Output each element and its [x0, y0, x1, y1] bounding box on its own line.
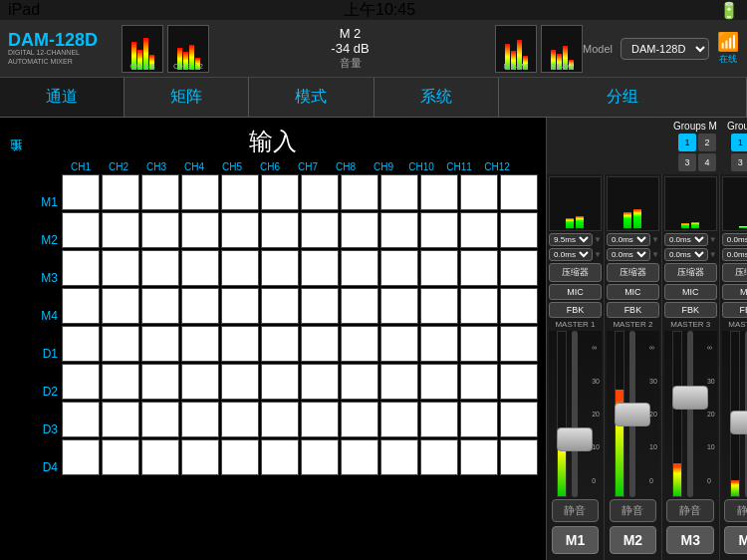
- comp-btn-3[interactable]: 压缩器: [722, 263, 747, 282]
- matrix-cell-6-1[interactable]: [102, 402, 139, 437]
- matrix-cell-1-10[interactable]: [460, 212, 498, 248]
- fbk-btn-1[interactable]: FBK: [607, 302, 659, 318]
- tab-mode[interactable]: 模式: [249, 78, 374, 117]
- matrix-cell-4-5[interactable]: [261, 326, 299, 362]
- delay-select-0[interactable]: 9.5ms: [549, 233, 593, 246]
- matrix-cell-0-7[interactable]: [341, 174, 378, 210]
- matrix-cell-3-10[interactable]: [460, 288, 498, 324]
- matrix-cell-6-10[interactable]: [460, 402, 498, 437]
- matrix-cell-5-1[interactable]: [102, 364, 139, 400]
- matrix-cell-0-9[interactable]: [420, 174, 458, 210]
- matrix-cell-3-6[interactable]: [301, 288, 339, 324]
- matrix-cell-7-11[interactable]: [500, 439, 538, 475]
- fader-knob-1[interactable]: [615, 403, 650, 426]
- matrix-cell-6-0[interactable]: [62, 402, 100, 437]
- master-btn-0[interactable]: M1: [552, 526, 600, 554]
- mic-btn-1[interactable]: MIC: [607, 284, 659, 300]
- matrix-cell-1-11[interactable]: [500, 212, 538, 248]
- delay-select2-3[interactable]: 0.0ms: [722, 248, 747, 261]
- matrix-cell-5-0[interactable]: [62, 364, 100, 400]
- matrix-cell-7-1[interactable]: [102, 439, 139, 475]
- matrix-cell-5-5[interactable]: [261, 364, 299, 400]
- comp-btn-2[interactable]: 压缩器: [664, 263, 717, 282]
- group-m1[interactable]: 1: [678, 134, 696, 151]
- matrix-cell-5-9[interactable]: [420, 364, 458, 400]
- matrix-cell-1-2[interactable]: [141, 212, 179, 248]
- matrix-cell-7-7[interactable]: [341, 439, 378, 475]
- matrix-cell-3-0[interactable]: [62, 288, 100, 324]
- matrix-cell-7-2[interactable]: [141, 439, 179, 475]
- matrix-cell-2-4[interactable]: [221, 250, 259, 286]
- matrix-cell-7-5[interactable]: [261, 439, 299, 475]
- matrix-cell-2-9[interactable]: [420, 250, 458, 286]
- matrix-cell-1-9[interactable]: [420, 212, 458, 248]
- matrix-cell-0-5[interactable]: [261, 174, 299, 210]
- matrix-cell-5-6[interactable]: [301, 364, 339, 400]
- matrix-cell-2-11[interactable]: [500, 250, 538, 286]
- delay-select-2[interactable]: 0.0ms: [664, 233, 708, 246]
- tab-matrix[interactable]: 矩阵: [124, 78, 249, 117]
- matrix-cell-4-10[interactable]: [460, 326, 498, 362]
- matrix-cell-6-9[interactable]: [420, 402, 458, 437]
- matrix-cell-4-9[interactable]: [420, 326, 458, 362]
- matrix-cell-7-0[interactable]: [62, 439, 100, 475]
- fader-knob-2[interactable]: [672, 386, 708, 410]
- matrix-cell-7-6[interactable]: [301, 439, 339, 475]
- fader-knob-0[interactable]: [557, 427, 593, 451]
- matrix-cell-1-6[interactable]: [301, 212, 339, 248]
- matrix-cell-4-6[interactable]: [301, 326, 339, 362]
- matrix-cell-7-4[interactable]: [221, 439, 259, 475]
- matrix-cell-2-10[interactable]: [460, 250, 498, 286]
- delay-select-3[interactable]: 0.0ms: [722, 233, 747, 246]
- delay-select2-0[interactable]: 0.0ms: [549, 248, 593, 261]
- delay-select2-1[interactable]: 0.0ms: [607, 248, 650, 261]
- matrix-cell-2-5[interactable]: [261, 250, 299, 286]
- matrix-cell-3-9[interactable]: [420, 288, 458, 324]
- matrix-cell-0-3[interactable]: [181, 174, 219, 210]
- mic-btn-0[interactable]: MIC: [549, 284, 602, 300]
- matrix-cell-2-1[interactable]: [102, 250, 139, 286]
- comp-btn-0[interactable]: 压缩器: [549, 263, 602, 282]
- matrix-cell-5-7[interactable]: [341, 364, 378, 400]
- matrix-cell-6-7[interactable]: [341, 402, 378, 437]
- matrix-cell-5-4[interactable]: [221, 364, 259, 400]
- matrix-cell-4-2[interactable]: [141, 326, 179, 362]
- master-btn-2[interactable]: M3: [666, 526, 714, 554]
- fbk-btn-0[interactable]: FBK: [549, 302, 602, 318]
- matrix-cell-6-11[interactable]: [500, 402, 538, 437]
- group-m4[interactable]: 4: [698, 153, 716, 171]
- matrix-cell-3-11[interactable]: [500, 288, 538, 324]
- delay-select-1[interactable]: 0.0ms: [607, 233, 650, 246]
- matrix-cell-1-1[interactable]: [102, 212, 139, 248]
- matrix-cell-1-8[interactable]: [380, 212, 418, 248]
- group-c1[interactable]: 1: [731, 134, 747, 151]
- comp-btn-1[interactable]: 压缩器: [607, 263, 659, 282]
- mute-btn-3[interactable]: 静音: [724, 499, 747, 522]
- matrix-cell-7-8[interactable]: [380, 439, 418, 475]
- meter-d1-d4[interactable]: D1-D4: [541, 25, 583, 73]
- matrix-cell-1-0[interactable]: [62, 212, 100, 248]
- matrix-cell-2-0[interactable]: [62, 250, 100, 286]
- fader-knob-3[interactable]: [730, 411, 747, 434]
- matrix-cell-6-6[interactable]: [301, 402, 339, 437]
- matrix-cell-0-10[interactable]: [460, 174, 498, 210]
- matrix-cell-4-7[interactable]: [341, 326, 378, 362]
- mute-btn-1[interactable]: 静音: [610, 499, 657, 522]
- matrix-cell-4-1[interactable]: [102, 326, 139, 362]
- matrix-cell-0-0[interactable]: [62, 174, 100, 210]
- matrix-cell-3-4[interactable]: [221, 288, 259, 324]
- mute-btn-0[interactable]: 静音: [552, 499, 600, 522]
- delay-select2-2[interactable]: 0.0ms: [664, 248, 708, 261]
- matrix-cell-1-4[interactable]: [221, 212, 259, 248]
- matrix-cell-1-7[interactable]: [341, 212, 378, 248]
- matrix-cell-3-5[interactable]: [261, 288, 299, 324]
- matrix-cell-6-2[interactable]: [141, 402, 179, 437]
- matrix-cell-3-1[interactable]: [102, 288, 139, 324]
- matrix-cell-0-11[interactable]: [500, 174, 538, 210]
- matrix-cell-0-1[interactable]: [102, 174, 139, 210]
- matrix-cell-0-8[interactable]: [380, 174, 418, 210]
- matrix-cell-5-3[interactable]: [181, 364, 219, 400]
- matrix-cell-2-8[interactable]: [380, 250, 418, 286]
- matrix-cell-7-3[interactable]: [181, 439, 219, 475]
- matrix-cell-7-9[interactable]: [420, 439, 458, 475]
